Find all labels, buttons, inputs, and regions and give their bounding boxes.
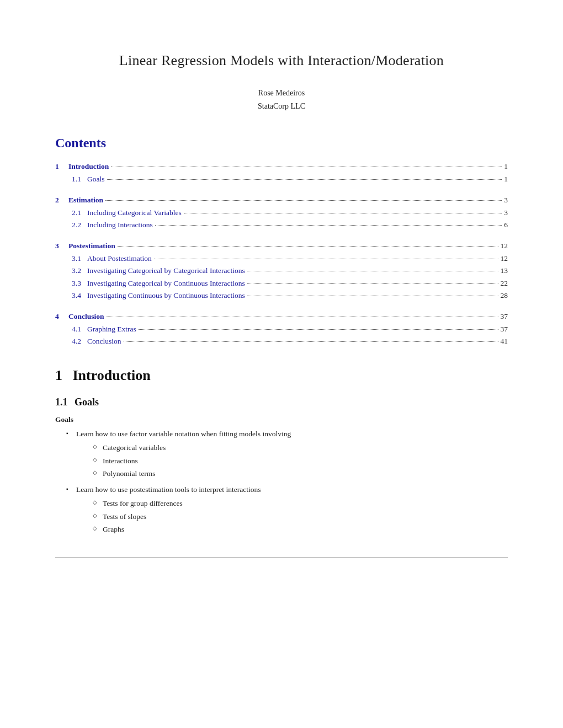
toc-num-1: 1 xyxy=(55,160,68,173)
toc-subpage-3-4: 28 xyxy=(501,290,508,302)
toc-section-2: 2 Estimation 3 2.1 Including Categorical… xyxy=(55,194,508,231)
toc-subnum-4-1: 4.1 xyxy=(72,323,87,335)
toc-subnum-3-2: 3.2 xyxy=(72,265,87,277)
toc-subpage-2-1: 3 xyxy=(504,207,508,219)
goals-subitem-2-2: Tests of slopes xyxy=(93,511,508,523)
toc-sublabel-3-1[interactable]: About Postestimation xyxy=(87,253,152,265)
toc-subrow-1-1: 1.1 Goals 1 xyxy=(55,173,508,185)
toc-subrow-3-4: 3.4 Investigating Continuous by Continuo… xyxy=(55,290,508,302)
toc-dots-4-2 xyxy=(124,341,498,342)
toc-subrow-4-2: 4.2 Conclusion 41 xyxy=(55,335,508,347)
goals-subitem-2-3: Graphs xyxy=(93,523,508,536)
goals-subitem-1-2-text: Interactions xyxy=(103,457,138,465)
toc-row-1: 1 Introduction 1 xyxy=(55,160,508,173)
toc-dots-2-2 xyxy=(155,225,502,226)
goals-subitem-2-3-text: Graphs xyxy=(103,525,124,533)
goals-subitem-1-2: Interactions xyxy=(93,455,508,467)
toc-dots-1-1 xyxy=(107,179,502,180)
toc-subpage-3-3: 22 xyxy=(501,277,508,290)
goals-subitem-2-2-text: Tests of slopes xyxy=(103,512,146,521)
toc-subnum-1-1: 1.1 xyxy=(72,173,87,185)
footer-rule xyxy=(55,558,508,558)
goals-sublist-1: Categorical variables Interactions Polyn… xyxy=(93,442,508,480)
toc-subrow-3-1: 3.1 About Postestimation 12 xyxy=(55,253,508,265)
goals-item-1: Learn how to use factor variable notatio… xyxy=(66,429,508,480)
section-1-1-num: 1.1 xyxy=(55,397,68,408)
toc-label-3[interactable]: Postestimation xyxy=(68,240,115,253)
toc-page-2: 3 xyxy=(504,194,508,207)
toc-sublabel-1-1[interactable]: Goals xyxy=(87,173,105,185)
section-1-label: Introduction xyxy=(73,367,151,383)
toc-subnum-2-2: 2.2 xyxy=(72,219,87,231)
toc-subnum-3-3: 3.3 xyxy=(72,277,87,290)
toc-subrow-2-1: 2.1 Including Categorical Variables 3 xyxy=(55,207,508,219)
goals-subitem-1-3-text: Polynomial terms xyxy=(103,469,156,478)
toc-subnum-2-1: 2.1 xyxy=(72,207,87,219)
toc-page-3: 12 xyxy=(501,240,508,253)
toc-subrow-3-3: 3.3 Investigating Categorical by Continu… xyxy=(55,277,508,290)
toc-sublabel-2-2[interactable]: Including Interactions xyxy=(87,219,153,231)
toc-subpage-1-1: 1 xyxy=(504,173,508,185)
goals-subitem-1-1-text: Categorical variables xyxy=(103,443,166,452)
toc-dots-3 xyxy=(118,246,498,247)
section-1-heading: 1 Introduction xyxy=(55,365,508,386)
contents-heading: Contents xyxy=(55,133,508,153)
toc-subrow-4-1: 4.1 Graphing Extras 37 xyxy=(55,323,508,335)
toc-dots-4-1 xyxy=(139,329,498,330)
goals-subitem-1-3: Polynomial terms xyxy=(93,468,508,480)
goals-item-2-text: Learn how to use postestimation tools to… xyxy=(76,485,261,494)
section-1-1-label: Goals xyxy=(75,397,99,408)
toc-page-4: 37 xyxy=(501,311,508,323)
toc-sublabel-3-3[interactable]: Investigating Categorical by Continuous … xyxy=(87,277,245,290)
toc-dots-3-3 xyxy=(247,283,498,284)
toc-subpage-3-1: 12 xyxy=(501,253,508,265)
goals-subitem-2-1-text: Tests for group differences xyxy=(103,499,183,507)
toc-sublabel-4-2[interactable]: Conclusion xyxy=(87,335,121,347)
goals-subitem-1-1: Categorical variables xyxy=(93,442,508,454)
toc-dots-3-1 xyxy=(154,259,498,259)
goals-list: Learn how to use factor variable notatio… xyxy=(66,429,508,536)
toc-dots-3-2 xyxy=(247,271,498,271)
toc-subnum-3-1: 3.1 xyxy=(72,253,87,265)
goals-sublist-2: Tests for group differences Tests of slo… xyxy=(93,497,508,536)
toc-num-3: 3 xyxy=(55,240,68,253)
goals-label: Goals xyxy=(55,414,508,425)
toc-dots-3-4 xyxy=(247,296,498,296)
toc-num-2: 2 xyxy=(55,194,68,207)
toc-subrow-2-2: 2.2 Including Interactions 6 xyxy=(55,219,508,231)
toc-section-1: 1 Introduction 1 1.1 Goals 1 xyxy=(55,160,508,185)
toc-page-1: 1 xyxy=(504,160,508,173)
document-author: Rose Medeiros StataCorp LLC xyxy=(55,87,508,113)
page: Linear Regression Models with Interactio… xyxy=(0,0,563,728)
toc-section-3: 3 Postestimation 12 3.1 About Postestima… xyxy=(55,240,508,302)
toc-dots-1 xyxy=(111,167,502,167)
toc-dots-2-1 xyxy=(184,213,502,213)
toc-row-4: 4 Conclusion 37 xyxy=(55,311,508,323)
toc-section-4: 4 Conclusion 37 4.1 Graphing Extras 37 4… xyxy=(55,311,508,347)
goals-subitem-2-1: Tests for group differences xyxy=(93,497,508,510)
toc-subpage-3-2: 13 xyxy=(501,265,508,277)
goals-item-2: Learn how to use postestimation tools to… xyxy=(66,484,508,536)
toc-sublabel-4-1[interactable]: Graphing Extras xyxy=(87,323,136,335)
toc-subrow-3-2: 3.2 Investigating Categorical by Categor… xyxy=(55,265,508,277)
toc-sublabel-3-4[interactable]: Investigating Continuous by Continuous I… xyxy=(87,290,245,302)
toc-subnum-4-2: 4.2 xyxy=(72,335,87,347)
table-of-contents: 1 Introduction 1 1.1 Goals 1 2 Estimatio… xyxy=(55,160,508,348)
toc-label-4[interactable]: Conclusion xyxy=(68,311,104,323)
toc-num-4: 4 xyxy=(55,311,68,323)
toc-row-3: 3 Postestimation 12 xyxy=(55,240,508,253)
author-name: Rose Medeiros xyxy=(55,87,508,100)
toc-subnum-3-4: 3.4 xyxy=(72,290,87,302)
section-1-num: 1 xyxy=(55,367,62,383)
toc-label-2[interactable]: Estimation xyxy=(68,194,103,207)
toc-sublabel-3-2[interactable]: Investigating Categorical by Categorical… xyxy=(87,265,245,277)
toc-dots-4 xyxy=(107,317,498,317)
toc-subpage-4-2: 41 xyxy=(501,335,508,347)
toc-sublabel-2-1[interactable]: Including Categorical Variables xyxy=(87,207,182,219)
document-title: Linear Regression Models with Interactio… xyxy=(55,50,508,71)
toc-label-1[interactable]: Introduction xyxy=(68,160,109,173)
section-1-1-heading: 1.1 Goals xyxy=(55,395,508,410)
toc-row-2: 2 Estimation 3 xyxy=(55,194,508,207)
author-org: StataCorp LLC xyxy=(55,100,508,113)
toc-subpage-2-2: 6 xyxy=(504,219,508,231)
